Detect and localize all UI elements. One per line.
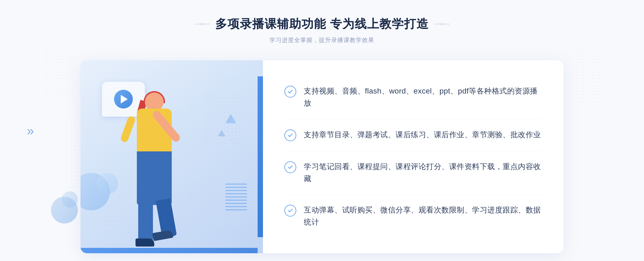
figure-leg-left (138, 200, 153, 243)
stripes-deco (225, 184, 247, 210)
header-title-row: 多项录播课辅助功能 专为线上教学打造 (195, 16, 449, 32)
figure-shoe-left (136, 238, 154, 247)
deco-dot (442, 23, 444, 25)
header-deco-right (434, 23, 449, 25)
feature-item: 支持章节目录、弹题考试、课后练习、课后作业、章节测验、批改作业 (284, 119, 542, 151)
feature-text: 支持视频、音频、flash、word、excel、ppt、pdf等各种格式的资源… (304, 85, 542, 109)
feature-item: 学习笔记回看、课程提问、课程评论打分、课件资料下载，重点内容收藏 (284, 151, 542, 195)
figure-arm-right (151, 109, 182, 143)
check-icon (284, 129, 296, 141)
deco-dot (437, 23, 438, 25)
horizontal-accent-bar (80, 248, 258, 253)
deco-dot (200, 23, 202, 25)
page-title: 多项录播课辅助功能 专为线上教学打造 (215, 16, 429, 32)
page-container: » 多项录播课辅助功能 专为线上教学打造 学习进度全掌 (0, 0, 644, 261)
vertical-accent-bar (258, 76, 263, 237)
deco-dot (203, 23, 204, 25)
deco-dot (434, 23, 436, 25)
feature-item: 支持视频、音频、flash、word、excel、ppt、pdf等各种格式的资源… (284, 76, 542, 119)
bg-dots-left (43, 48, 75, 102)
feature-text: 互动弹幕、试听购买、微信分享、观看次数限制、学习进度跟踪、数据统计 (304, 204, 542, 228)
features-area: 支持视频、音频、flash、word、excel、ppt、pdf等各种格式的资源… (263, 60, 564, 253)
illustration-area (80, 60, 263, 253)
header-section: 多项录播课辅助功能 专为线上教学打造 学习进度全掌握，提升录播课教学效果 (195, 16, 449, 44)
page-subtitle: 学习进度全掌握，提升录播课教学效果 (195, 36, 449, 44)
deco-dot (445, 23, 447, 25)
header-deco-left (195, 23, 210, 25)
figure-pants (137, 151, 172, 205)
chevron-left-icon: » (27, 123, 34, 138)
figure-shoe-right (152, 230, 173, 241)
deco-dot (448, 23, 449, 25)
deco-dot (197, 23, 199, 25)
check-icon (284, 86, 296, 98)
figure-body (137, 109, 172, 157)
deco-circle-2 (62, 191, 78, 207)
check-icon (284, 161, 296, 173)
feature-text: 支持章节目录、弹题考试、课后练习、课后作业、章节测验、批改作业 (304, 129, 541, 141)
deco-dot (206, 23, 207, 25)
feature-item: 互动弹幕、试听购买、微信分享、观看次数限制、学习进度跟踪、数据统计 (284, 195, 542, 238)
triangle-deco-2 (218, 130, 225, 136)
check-icon (284, 205, 296, 217)
deco-dot (440, 23, 441, 25)
main-card: 支持视频、音频、flash、word、excel、ppt、pdf等各种格式的资源… (80, 60, 564, 253)
figure-arm-left (120, 115, 136, 143)
deco-dot (195, 23, 196, 25)
triangle-deco-1 (225, 114, 236, 123)
deco-dot (208, 23, 210, 25)
feature-text: 学习笔记回看、课程提问、课程评论打分、课件资料下载，重点内容收藏 (304, 161, 542, 185)
human-figure (113, 92, 193, 248)
bg-dots-right (569, 48, 601, 102)
